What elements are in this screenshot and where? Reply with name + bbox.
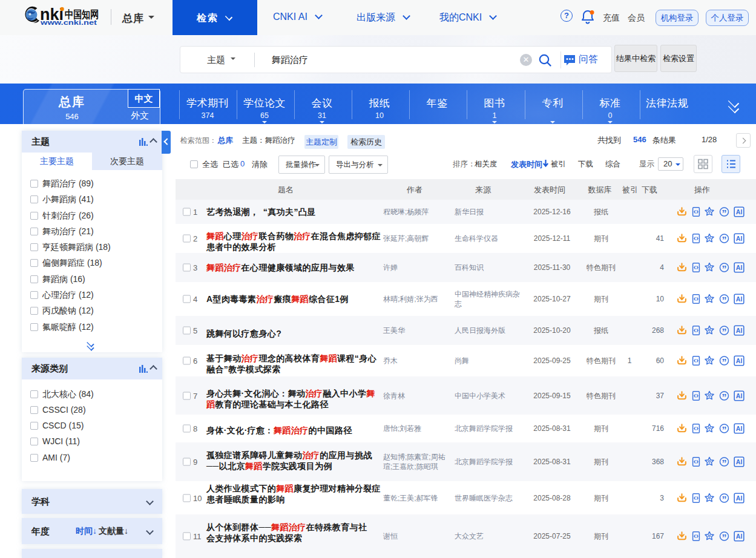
svg-text:”: ” xyxy=(721,235,726,244)
svg-text:”: ” xyxy=(721,392,726,401)
svg-text:AI: AI xyxy=(736,264,743,271)
svg-text:AI: AI xyxy=(736,327,743,334)
svg-text:”: ” xyxy=(721,358,726,366)
svg-text:AI: AI xyxy=(736,494,743,502)
svg-text:”: ” xyxy=(721,459,726,467)
svg-text:”: ” xyxy=(721,296,726,304)
svg-text:”: ” xyxy=(721,533,726,542)
svg-text:www.cnki.net: www.cnki.net xyxy=(40,19,97,26)
svg-text:AI: AI xyxy=(736,425,743,432)
svg-text:AI: AI xyxy=(736,392,743,399)
svg-text:”: ” xyxy=(721,327,726,336)
svg-text:AI: AI xyxy=(736,235,743,242)
svg-text:AI: AI xyxy=(736,208,743,215)
svg-text:AI: AI xyxy=(736,357,743,364)
svg-text:AI: AI xyxy=(736,533,743,540)
svg-text:”: ” xyxy=(721,494,726,503)
svg-text:AI: AI xyxy=(736,458,743,465)
svg-text:AI: AI xyxy=(736,295,743,303)
svg-text:”: ” xyxy=(721,264,726,273)
svg-text:”: ” xyxy=(721,425,726,434)
svg-text:中国知网: 中国知网 xyxy=(65,8,99,21)
svg-text:”: ” xyxy=(721,209,726,217)
